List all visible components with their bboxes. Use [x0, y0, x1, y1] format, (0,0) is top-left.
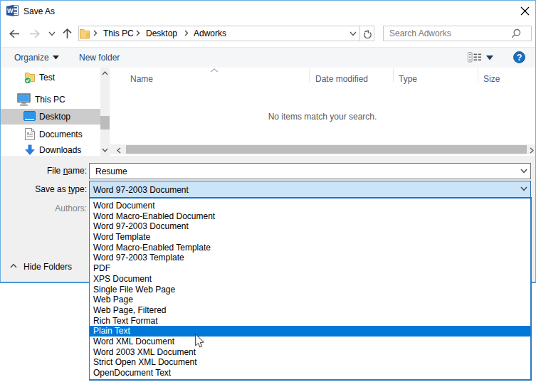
svg-text:?: ?	[517, 53, 522, 63]
svg-text:W: W	[7, 7, 14, 14]
